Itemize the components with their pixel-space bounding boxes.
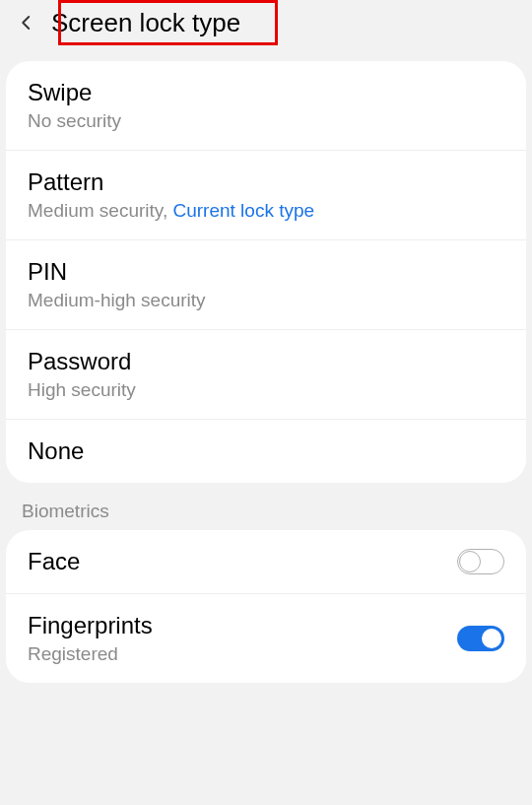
header-bar: Screen lock type — [0, 0, 532, 51]
item-title: Pattern — [28, 168, 504, 196]
item-title: PIN — [28, 258, 504, 286]
item-subtitle: High security — [28, 379, 504, 401]
current-lock-label: Current lock type — [172, 200, 314, 221]
lock-types-card: Swipe No security Pattern Medium securit… — [6, 61, 526, 483]
page-title: Screen lock type — [51, 8, 240, 38]
biometrics-card: Face Fingerprints Registered — [6, 530, 526, 683]
item-text: Fingerprints Registered — [28, 612, 457, 665]
lock-type-pin[interactable]: PIN Medium-high security — [6, 240, 526, 330]
biometrics-section-header: Biometrics — [0, 483, 532, 530]
item-title: Password — [28, 348, 504, 375]
item-subtitle: Medium security, Current lock type — [28, 200, 504, 222]
lock-type-none[interactable]: None — [6, 420, 526, 483]
lock-type-password[interactable]: Password High security — [6, 330, 526, 420]
item-title: Fingerprints — [28, 612, 457, 639]
item-text: Face — [28, 548, 457, 575]
back-icon[interactable] — [8, 4, 45, 41]
subtitle-prefix: Medium security, — [28, 200, 172, 221]
face-toggle[interactable] — [457, 549, 504, 574]
item-subtitle: Medium-high security — [28, 290, 504, 311]
item-title: Swipe — [28, 79, 504, 106]
biometric-face[interactable]: Face — [6, 530, 526, 594]
lock-type-pattern[interactable]: Pattern Medium security, Current lock ty… — [6, 151, 526, 240]
lock-type-swipe[interactable]: Swipe No security — [6, 61, 526, 151]
biometric-fingerprints[interactable]: Fingerprints Registered — [6, 594, 526, 683]
item-title: None — [28, 437, 504, 465]
item-title: Face — [28, 548, 457, 575]
fingerprints-toggle[interactable] — [457, 626, 504, 651]
item-subtitle: Registered — [28, 643, 457, 665]
item-subtitle: No security — [28, 110, 504, 132]
